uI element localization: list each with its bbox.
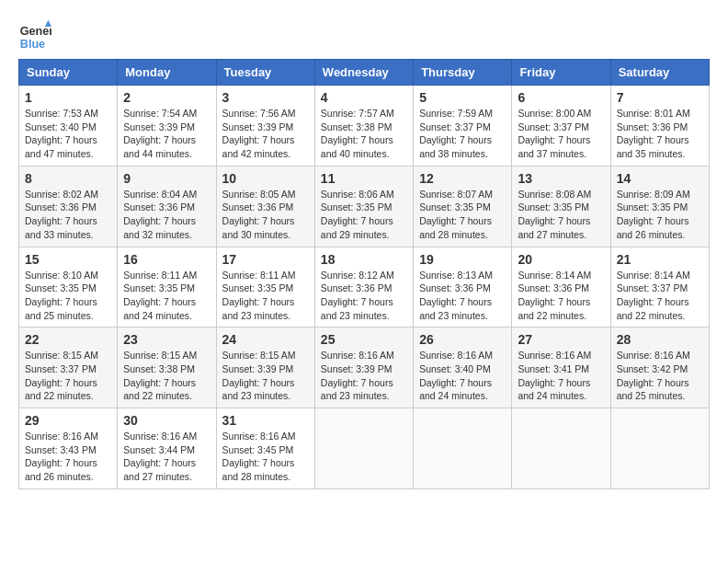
header: General Blue: [18, 18, 710, 52]
day-content: Sunrise: 7:56 AM Sunset: 3:39 PM Dayligh…: [222, 107, 309, 161]
day-content: Sunrise: 8:02 AM Sunset: 3:36 PM Dayligh…: [25, 188, 111, 242]
day-number: 26: [419, 332, 506, 347]
calendar-cell: 18Sunrise: 8:12 AM Sunset: 3:36 PM Dayli…: [314, 247, 413, 327]
day-number: 31: [222, 413, 309, 428]
header-day-tuesday: Tuesday: [216, 60, 314, 86]
day-number: 11: [321, 171, 407, 186]
day-number: 30: [123, 413, 210, 428]
calendar-cell: 22Sunrise: 8:15 AM Sunset: 3:37 PM Dayli…: [19, 327, 118, 408]
calendar-cell: 3Sunrise: 7:56 AM Sunset: 3:39 PM Daylig…: [216, 86, 314, 167]
week-row-4: 22Sunrise: 8:15 AM Sunset: 3:37 PM Dayli…: [19, 327, 710, 408]
day-number: 3: [222, 90, 309, 105]
svg-text:General: General: [20, 25, 51, 38]
day-content: Sunrise: 8:09 AM Sunset: 3:35 PM Dayligh…: [617, 188, 703, 242]
calendar-cell: 31Sunrise: 8:16 AM Sunset: 3:45 PM Dayli…: [216, 408, 314, 489]
week-row-2: 8Sunrise: 8:02 AM Sunset: 3:36 PM Daylig…: [19, 166, 710, 247]
day-number: 16: [123, 252, 210, 267]
header-row: SundayMondayTuesdayWednesdayThursdayFrid…: [19, 60, 710, 86]
day-content: Sunrise: 8:16 AM Sunset: 3:42 PM Dayligh…: [617, 349, 703, 403]
calendar-cell: 11Sunrise: 8:06 AM Sunset: 3:35 PM Dayli…: [314, 166, 413, 247]
calendar-cell: 20Sunrise: 8:14 AM Sunset: 3:36 PM Dayli…: [512, 247, 610, 327]
calendar-cell: 17Sunrise: 8:11 AM Sunset: 3:35 PM Dayli…: [216, 247, 314, 327]
calendar-table: SundayMondayTuesdayWednesdayThursdayFrid…: [18, 59, 710, 489]
header-day-sunday: Sunday: [19, 60, 118, 86]
calendar-cell: 19Sunrise: 8:13 AM Sunset: 3:36 PM Dayli…: [414, 247, 512, 327]
day-content: Sunrise: 8:16 AM Sunset: 3:44 PM Dayligh…: [123, 430, 210, 484]
day-content: Sunrise: 7:57 AM Sunset: 3:38 PM Dayligh…: [321, 107, 407, 161]
day-content: Sunrise: 8:12 AM Sunset: 3:36 PM Dayligh…: [321, 269, 407, 323]
day-number: 7: [617, 90, 703, 105]
day-content: Sunrise: 8:16 AM Sunset: 3:40 PM Dayligh…: [419, 349, 506, 403]
day-content: Sunrise: 8:13 AM Sunset: 3:36 PM Dayligh…: [419, 269, 506, 323]
day-content: Sunrise: 8:10 AM Sunset: 3:35 PM Dayligh…: [25, 269, 111, 323]
logo-icon: General Blue: [18, 18, 51, 52]
day-number: 1: [25, 90, 111, 105]
calendar-cell: 28Sunrise: 8:16 AM Sunset: 3:42 PM Dayli…: [610, 327, 709, 408]
calendar-cell: 14Sunrise: 8:09 AM Sunset: 3:35 PM Dayli…: [610, 166, 709, 247]
day-number: 19: [419, 252, 506, 267]
day-content: Sunrise: 8:14 AM Sunset: 3:36 PM Dayligh…: [518, 269, 604, 323]
calendar-cell: 2Sunrise: 7:54 AM Sunset: 3:39 PM Daylig…: [118, 86, 216, 167]
day-content: Sunrise: 8:15 AM Sunset: 3:38 PM Dayligh…: [123, 349, 210, 403]
calendar-cell: 16Sunrise: 8:11 AM Sunset: 3:35 PM Dayli…: [118, 247, 216, 327]
calendar-cell: 13Sunrise: 8:08 AM Sunset: 3:35 PM Dayli…: [512, 166, 610, 247]
day-content: Sunrise: 8:15 AM Sunset: 3:37 PM Dayligh…: [25, 349, 111, 403]
day-number: 20: [518, 252, 604, 267]
day-content: Sunrise: 8:04 AM Sunset: 3:36 PM Dayligh…: [123, 188, 210, 242]
day-number: 29: [25, 413, 111, 428]
header-day-wednesday: Wednesday: [314, 60, 413, 86]
calendar-cell: 9Sunrise: 8:04 AM Sunset: 3:36 PM Daylig…: [118, 166, 216, 247]
calendar-cell: 7Sunrise: 8:01 AM Sunset: 3:36 PM Daylig…: [610, 86, 709, 167]
day-content: Sunrise: 8:05 AM Sunset: 3:36 PM Dayligh…: [222, 188, 309, 242]
day-number: 12: [419, 171, 506, 186]
day-content: Sunrise: 7:54 AM Sunset: 3:39 PM Dayligh…: [123, 107, 210, 161]
calendar-cell: [314, 408, 413, 489]
day-content: Sunrise: 8:00 AM Sunset: 3:37 PM Dayligh…: [518, 107, 604, 161]
calendar-cell: 8Sunrise: 8:02 AM Sunset: 3:36 PM Daylig…: [19, 166, 118, 247]
day-content: Sunrise: 8:11 AM Sunset: 3:35 PM Dayligh…: [222, 269, 309, 323]
calendar-cell: 1Sunrise: 7:53 AM Sunset: 3:40 PM Daylig…: [19, 86, 118, 167]
day-number: 5: [419, 90, 506, 105]
day-number: 22: [25, 332, 111, 347]
calendar-cell: 24Sunrise: 8:15 AM Sunset: 3:39 PM Dayli…: [216, 327, 314, 408]
calendar-cell: 25Sunrise: 8:16 AM Sunset: 3:39 PM Dayli…: [314, 327, 413, 408]
logo: General Blue: [18, 18, 55, 52]
calendar-cell: 26Sunrise: 8:16 AM Sunset: 3:40 PM Dayli…: [414, 327, 512, 408]
header-day-saturday: Saturday: [610, 60, 709, 86]
svg-text:Blue: Blue: [20, 38, 45, 51]
day-content: Sunrise: 8:16 AM Sunset: 3:39 PM Dayligh…: [321, 349, 407, 403]
day-content: Sunrise: 7:59 AM Sunset: 3:37 PM Dayligh…: [419, 107, 506, 161]
day-content: Sunrise: 8:15 AM Sunset: 3:39 PM Dayligh…: [222, 349, 309, 403]
day-content: Sunrise: 8:14 AM Sunset: 3:37 PM Dayligh…: [617, 269, 703, 323]
day-number: 14: [617, 171, 703, 186]
day-number: 15: [25, 252, 111, 267]
calendar-cell: 5Sunrise: 7:59 AM Sunset: 3:37 PM Daylig…: [414, 86, 512, 167]
calendar-cell: 30Sunrise: 8:16 AM Sunset: 3:44 PM Dayli…: [118, 408, 216, 489]
calendar-cell: 23Sunrise: 8:15 AM Sunset: 3:38 PM Dayli…: [118, 327, 216, 408]
day-number: 17: [222, 252, 309, 267]
day-number: 27: [518, 332, 604, 347]
calendar-header: SundayMondayTuesdayWednesdayThursdayFrid…: [19, 60, 710, 86]
day-number: 13: [518, 171, 604, 186]
calendar-cell: [610, 408, 709, 489]
day-number: 10: [222, 171, 309, 186]
day-number: 8: [25, 171, 111, 186]
calendar-body: 1Sunrise: 7:53 AM Sunset: 3:40 PM Daylig…: [19, 86, 710, 489]
day-content: Sunrise: 8:07 AM Sunset: 3:35 PM Dayligh…: [419, 188, 506, 242]
svg-marker-2: [45, 20, 51, 27]
day-content: Sunrise: 8:11 AM Sunset: 3:35 PM Dayligh…: [123, 269, 210, 323]
day-content: Sunrise: 8:08 AM Sunset: 3:35 PM Dayligh…: [518, 188, 604, 242]
day-number: 9: [123, 171, 210, 186]
day-content: Sunrise: 8:16 AM Sunset: 3:41 PM Dayligh…: [518, 349, 604, 403]
day-content: Sunrise: 8:16 AM Sunset: 3:45 PM Dayligh…: [222, 430, 309, 484]
day-content: Sunrise: 7:53 AM Sunset: 3:40 PM Dayligh…: [25, 107, 111, 161]
calendar-cell: 21Sunrise: 8:14 AM Sunset: 3:37 PM Dayli…: [610, 247, 709, 327]
day-content: Sunrise: 8:06 AM Sunset: 3:35 PM Dayligh…: [321, 188, 407, 242]
calendar-cell: 10Sunrise: 8:05 AM Sunset: 3:36 PM Dayli…: [216, 166, 314, 247]
day-number: 23: [123, 332, 210, 347]
day-content: Sunrise: 8:16 AM Sunset: 3:43 PM Dayligh…: [25, 430, 111, 484]
calendar-cell: 27Sunrise: 8:16 AM Sunset: 3:41 PM Dayli…: [512, 327, 610, 408]
week-row-5: 29Sunrise: 8:16 AM Sunset: 3:43 PM Dayli…: [19, 408, 710, 489]
calendar-cell: [414, 408, 512, 489]
day-number: 2: [123, 90, 210, 105]
